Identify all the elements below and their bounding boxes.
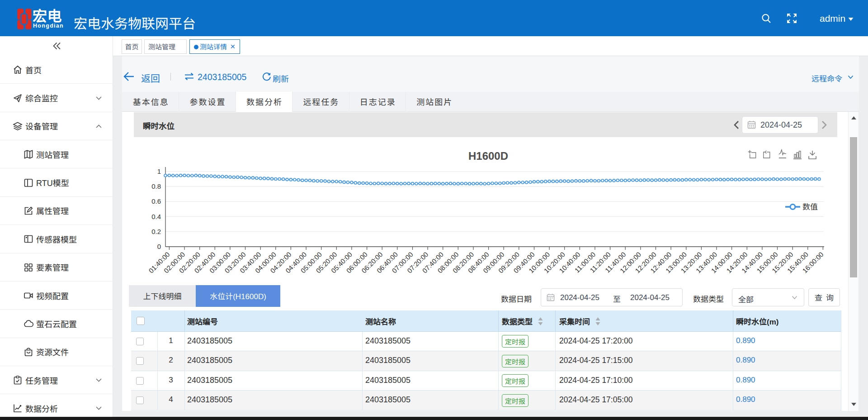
- svg-text:0.8: 0.8: [151, 182, 161, 190]
- svg-text:0.4: 0.4: [151, 213, 161, 220]
- svg-text:0.6: 0.6: [151, 197, 161, 205]
- svg-text:数值: 数值: [802, 200, 818, 212]
- svg-text:0: 0: [157, 243, 161, 250]
- svg-text:H1600D: H1600D: [468, 150, 508, 162]
- svg-text:0.2: 0.2: [151, 228, 161, 235]
- svg-text:1: 1: [157, 167, 161, 175]
